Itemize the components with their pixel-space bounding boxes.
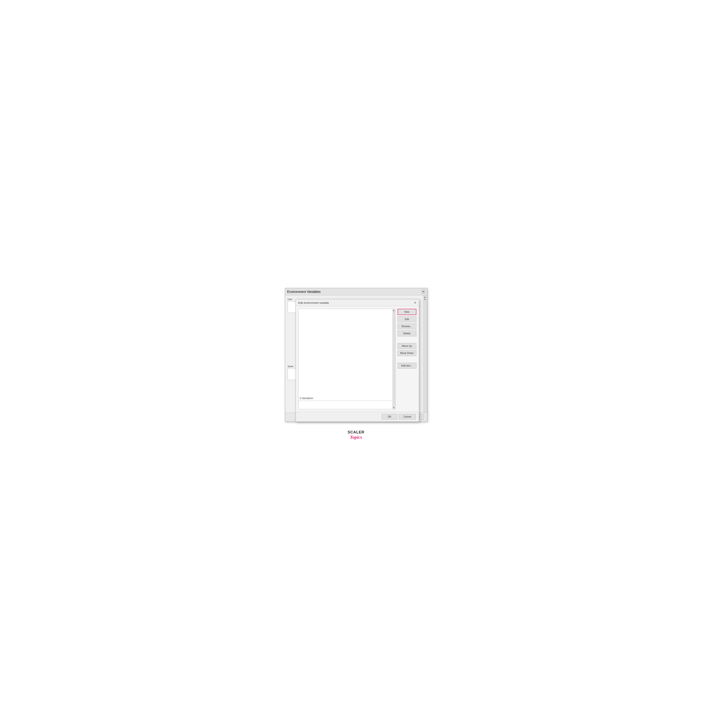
inner-dialog-bottom-bar: OK Cancel — [296, 412, 419, 422]
branding-area: SCALER Topics — [347, 430, 364, 440]
move-up-button[interactable]: Move Up — [398, 343, 417, 349]
move-down-button[interactable]: Move Down — [398, 350, 417, 356]
inner-title-bar: Edit environment variable ✕ — [296, 299, 419, 306]
inner-close-button[interactable]: ✕ — [414, 301, 417, 304]
outer-close-button[interactable]: ✕ — [422, 290, 425, 294]
outer-right-scrollbar[interactable]: ▲ ▼ — [423, 295, 427, 413]
browse-button[interactable]: Browse... — [398, 323, 417, 329]
environment-variables-window: Environment Variables ✕ ▲ ▼ User Syste — [285, 288, 427, 422]
list-scrollbar[interactable]: ▲ ▼ — [392, 309, 395, 409]
buttons-spacer-1 — [398, 337, 417, 342]
outer-window-title: Environment Variables — [287, 290, 321, 294]
path-value: C:\terraform — [298, 396, 392, 401]
delete-button[interactable]: Delete — [398, 330, 417, 336]
path-edit-field[interactable] — [298, 401, 392, 409]
inner-dialog-content: ▲ ▼ C:\terraform New Edit Browse... De — [296, 306, 419, 412]
outer-title-bar: Environment Variables ✕ — [285, 288, 427, 295]
list-scroll-up[interactable]: ▲ — [393, 309, 395, 311]
edit-environment-variable-dialog: Edit environment variable ✕ ▲ ▼ C:\terra… — [295, 299, 419, 422]
new-button[interactable]: New — [398, 309, 417, 315]
list-scroll-down[interactable]: ▼ — [393, 407, 395, 408]
scroll-up-arrow[interactable]: ▲ — [423, 295, 427, 298]
topics-label: Topics — [347, 435, 364, 440]
outer-window: Environment Variables ✕ ▲ ▼ User Syste — [285, 288, 427, 422]
inner-dialog-title: Edit environment variable — [298, 301, 329, 304]
action-buttons-column: New Edit Browse... Delete Move Up Move D… — [398, 309, 417, 409]
buttons-spacer-2 — [398, 357, 417, 361]
inner-ok-button[interactable]: OK — [382, 414, 398, 419]
scaler-label: SCALER — [347, 430, 364, 435]
inner-cancel-button[interactable]: Cancel — [399, 414, 415, 419]
path-list-area: ▲ ▼ C:\terraform — [298, 309, 396, 409]
outer-body: ▲ ▼ User Syste Edit environmen — [285, 295, 427, 413]
scroll-down-arrow[interactable]: ▼ — [423, 298, 427, 301]
edit-text-button[interactable]: Edit text... — [398, 363, 417, 368]
edit-button[interactable]: Edit — [398, 316, 417, 322]
